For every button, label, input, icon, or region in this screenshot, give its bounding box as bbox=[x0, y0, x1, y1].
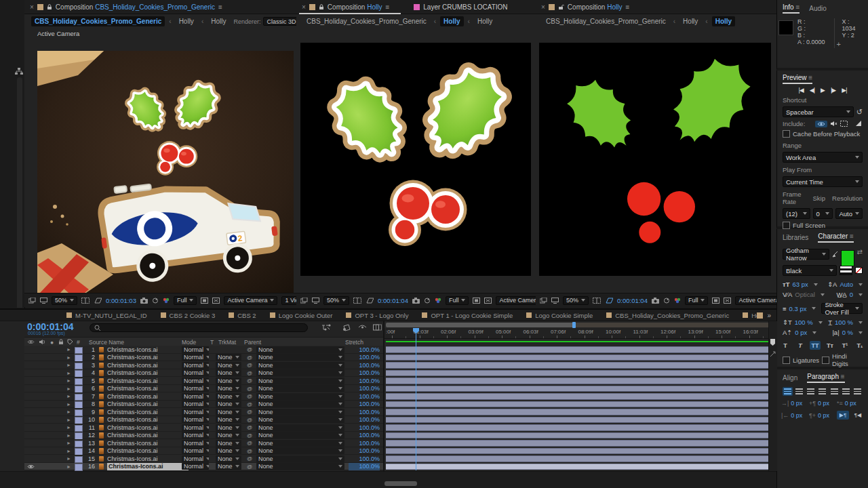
layer-mode-select[interactable]: Normal bbox=[182, 346, 209, 354]
horizontal-scale-value[interactable]: 100 % bbox=[835, 319, 853, 326]
resolution-select[interactable]: Full bbox=[174, 296, 197, 305]
no-color-swatch[interactable] bbox=[855, 267, 863, 274]
layer-mode-select[interactable]: Normal bbox=[182, 424, 209, 432]
layer-mode-select[interactable]: Normal bbox=[182, 392, 209, 401]
parent-pickwhip-icon[interactable]: @ bbox=[247, 369, 252, 378]
layer-row-4[interactable]: ►4Christmas-Icons.aiNormalNone@None100.0… bbox=[24, 369, 383, 378]
camera-select[interactable]: Active Camera bbox=[224, 296, 277, 305]
layer-stretch-value[interactable]: 100.0% bbox=[349, 463, 380, 471]
layer-duration-bar[interactable] bbox=[386, 432, 768, 439]
layer-duration-bar-row-7[interactable] bbox=[384, 392, 770, 401]
channel-icon[interactable] bbox=[674, 298, 681, 304]
layer-source-name[interactable]: Christmas-Icons.ai bbox=[107, 408, 187, 416]
comp-color-swatch[interactable] bbox=[549, 4, 555, 10]
breadcrumb-item[interactable]: Holly bbox=[474, 16, 496, 26]
layer-duration-bar-row-15[interactable] bbox=[384, 455, 770, 463]
font-family-select[interactable]: Gotham Narrow bbox=[783, 249, 829, 260]
snapshot-icon[interactable] bbox=[28, 298, 36, 304]
layer-expand-arrow[interactable]: ► bbox=[66, 463, 71, 471]
layer-source-name[interactable]: Christmas-Icons.ai bbox=[107, 346, 187, 354]
layer-stretch-value[interactable]: 100.0% bbox=[349, 439, 380, 447]
tracking-value[interactable]: 0 bbox=[850, 291, 853, 298]
layer-row-10[interactable]: ►10Christmas-Icons.aiNormalNone@None100.… bbox=[24, 416, 383, 424]
layer-trkmat-select[interactable]: None bbox=[216, 439, 241, 447]
parent-pickwhip-icon[interactable]: @ bbox=[247, 401, 252, 409]
stroke-mode-select[interactable]: Stroke Over Fill bbox=[821, 303, 863, 314]
layer-stretch-value[interactable]: 100.0% bbox=[349, 424, 380, 432]
parent-pickwhip-icon[interactable]: @ bbox=[247, 455, 252, 463]
transport-button-3[interactable]: |▶ bbox=[831, 87, 835, 94]
layer-stretch-value[interactable]: 100.0% bbox=[349, 455, 380, 463]
layer-trkmat-select[interactable]: None bbox=[216, 455, 241, 463]
space-after-field[interactable]: ¶+0 px bbox=[809, 411, 837, 420]
layer-duration-bar[interactable] bbox=[386, 378, 768, 384]
layer-visibility-toggle[interactable] bbox=[27, 463, 37, 471]
layer-parent-select[interactable]: None bbox=[256, 455, 344, 463]
tab-label[interactable]: Composition CBS_Holiday_Cookies_Promo_Ge… bbox=[56, 3, 215, 11]
tab-align[interactable]: Align bbox=[783, 374, 797, 382]
parent-pickwhip-icon[interactable]: @ bbox=[247, 361, 252, 369]
comp-tab-CBS 2 Cookie 3[interactable]: CBS 2 Cookie 3 bbox=[154, 310, 222, 321]
preview-resolution-select[interactable]: Auto bbox=[835, 208, 863, 219]
align-right-button[interactable] bbox=[806, 387, 816, 396]
layer-stretch-value[interactable]: 100.0% bbox=[349, 408, 380, 416]
viewer2-stage[interactable] bbox=[300, 43, 531, 276]
snapshot-camera-icon[interactable] bbox=[652, 298, 659, 304]
layer-duration-bar[interactable] bbox=[386, 417, 768, 424]
parent-pickwhip-icon[interactable]: @ bbox=[247, 432, 252, 440]
layer-stretch-value[interactable]: 100.0% bbox=[349, 447, 380, 455]
tab-paragraph[interactable]: Paragraph ≡ bbox=[807, 373, 844, 383]
layer-mode-select[interactable]: Normal bbox=[182, 447, 209, 455]
snapshot-camera-icon[interactable] bbox=[140, 298, 148, 304]
parent-pickwhip-icon[interactable]: @ bbox=[247, 439, 252, 447]
trkmat-column[interactable]: TrkMat bbox=[218, 339, 236, 346]
flowchart-icon[interactable] bbox=[15, 68, 23, 75]
layer-source-name[interactable]: Christmas-Icons.ai bbox=[107, 416, 187, 424]
layer-row-5[interactable]: ►5Christmas-Icons.aiNormalNone@None100.0… bbox=[24, 377, 383, 385]
layer-row-1[interactable]: ►1Christmas-Icons.aiNormal@None100.0% bbox=[24, 346, 383, 354]
faux-style-button-0[interactable]: T bbox=[780, 341, 791, 350]
draft-3d-icon[interactable] bbox=[342, 324, 351, 331]
layer-label-swatch[interactable] bbox=[75, 425, 83, 432]
composition-mini-flowchart-icon[interactable] bbox=[321, 324, 331, 331]
layer-mode-select[interactable]: Normal bbox=[182, 432, 209, 440]
justify-all-button[interactable] bbox=[852, 387, 863, 396]
layer-trkmat-select[interactable]: None bbox=[216, 385, 241, 393]
parent-pickwhip-icon[interactable]: @ bbox=[247, 354, 252, 362]
include-overlays-icon[interactable] bbox=[840, 121, 848, 127]
mode-column[interactable]: Mode bbox=[182, 339, 196, 346]
layer-row-15[interactable]: ►15Christmas-Icons.aiNormalNone@None100.… bbox=[24, 455, 383, 463]
layer-expand-arrow[interactable]: ► bbox=[66, 408, 71, 416]
layer-trkmat-select[interactable]: None bbox=[216, 416, 241, 424]
grid-guides-icon[interactable] bbox=[81, 298, 90, 304]
resolution-select[interactable]: Full bbox=[446, 296, 469, 305]
layer-visibility-toggle[interactable] bbox=[27, 377, 37, 385]
layer-duration-bar[interactable] bbox=[386, 448, 768, 455]
layer-expand-arrow[interactable]: ► bbox=[66, 369, 71, 378]
layer-expand-arrow[interactable]: ► bbox=[66, 416, 71, 424]
layer-mode-select[interactable]: Normal bbox=[182, 361, 209, 369]
tab-info[interactable]: Info ≡ bbox=[783, 3, 800, 14]
monitor-icon[interactable] bbox=[551, 298, 559, 304]
reset-icon[interactable]: ↺ bbox=[856, 108, 863, 117]
stroke-swatch[interactable] bbox=[840, 266, 852, 275]
faux-style-button-2[interactable]: TT bbox=[810, 341, 821, 350]
parent-pickwhip-icon[interactable]: @ bbox=[247, 408, 252, 416]
layer-duration-bar-row-8[interactable] bbox=[384, 401, 770, 409]
snapshot-camera-icon[interactable] bbox=[412, 298, 420, 304]
layer-stretch-value[interactable]: 100.0% bbox=[349, 385, 380, 393]
layer-duration-bar[interactable] bbox=[386, 362, 768, 369]
layer-parent-select[interactable]: None bbox=[256, 354, 344, 362]
layer-expand-arrow[interactable]: ► bbox=[66, 361, 71, 369]
full-screen-checkbox[interactable] bbox=[783, 222, 790, 229]
indent-right-field[interactable]: *≡0 px bbox=[837, 400, 863, 407]
tab-label[interactable]: Composition Holly bbox=[568, 3, 623, 11]
magnification-select[interactable]: 50% bbox=[563, 296, 589, 305]
faux-style-button-1[interactable]: T bbox=[795, 341, 806, 350]
comp-tab-CBS_Holiday_Cookies_Promo_Generic[interactable]: CBS_Holiday_Cookies_Promo_Generic bbox=[599, 310, 736, 321]
region-of-interest-icon[interactable] bbox=[473, 298, 480, 304]
layer-tab[interactable]: Layer CRUMBS LOCATION bbox=[423, 3, 507, 11]
layer-duration-bar[interactable] bbox=[386, 370, 768, 377]
layer-label-swatch[interactable] bbox=[75, 464, 83, 471]
layer-source-name[interactable]: Christmas-Icons.ai bbox=[107, 432, 187, 440]
